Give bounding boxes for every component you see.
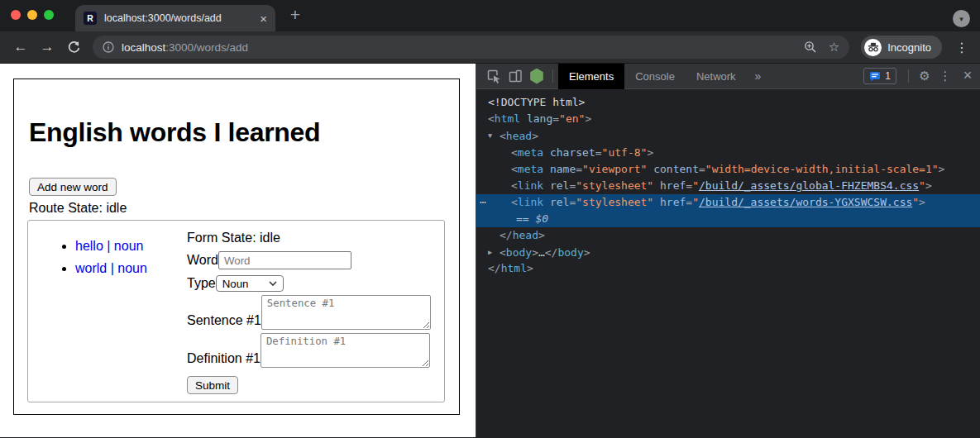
code-line[interactable]: ▶<body>…</body> <box>476 244 980 261</box>
expand-arrow-open-icon[interactable]: ▼ <box>488 127 500 144</box>
type-label: Type <box>187 276 216 291</box>
code-line[interactable]: </head> <box>476 227 980 244</box>
address-path: :3000/words/add <box>165 41 248 54</box>
code-line[interactable]: == $0 <box>476 211 980 227</box>
content-area: English words I learned Add new word Rou… <box>0 64 980 437</box>
word-input[interactable] <box>218 251 351 269</box>
tab-network[interactable]: Network <box>686 64 747 89</box>
new-tab-button[interactable]: + <box>284 4 306 26</box>
definition-label: Definition #1 <box>187 351 261 368</box>
incognito-label: Incognito <box>887 41 931 54</box>
address-bar[interactable]: localhost :3000/words/add ☆ <box>93 36 849 59</box>
incognito-badge: Incognito <box>861 36 942 59</box>
inspect-cursor-icon <box>486 69 501 83</box>
site-info-icon[interactable] <box>103 41 114 53</box>
code-line[interactable]: <html lang="en"> <box>476 111 980 127</box>
code-line[interactable]: <meta name="viewport" content="width=dev… <box>476 161 980 178</box>
settings-gear-icon[interactable]: ⚙ <box>914 69 935 83</box>
incognito-icon <box>864 39 882 56</box>
devtools-panel: Elements Console Network » 1 <box>476 64 980 437</box>
tab-console[interactable]: Console <box>624 64 686 89</box>
tab-elements[interactable]: Elements <box>558 64 624 89</box>
list-item: hello | noun <box>75 239 147 254</box>
chevron-down-icon <box>269 281 277 286</box>
devtools-menu-button[interactable]: ⋮ <box>935 69 955 83</box>
tab-title: localhost:3000/words/add <box>104 12 252 24</box>
browser-window: R localhost:3000/words/add × + ▾ ← → loc… <box>0 0 980 438</box>
window-controls <box>11 10 54 20</box>
reload-icon <box>67 40 81 55</box>
word-link-world[interactable]: world | noun <box>75 261 147 275</box>
web-page: English words I learned Add new word Rou… <box>0 64 476 437</box>
add-word-form: Form State: idle Word Type Noun <box>187 221 431 394</box>
code-line[interactable]: ⋯<link rel="stylesheet" href="/build/_as… <box>476 194 980 211</box>
browser-tab[interactable]: R localhost:3000/words/add × <box>75 5 275 31</box>
device-icon <box>508 69 523 83</box>
address-host: localhost <box>122 41 165 54</box>
code-line[interactable]: <link rel="stylesheet" href="/build/_ass… <box>476 178 980 194</box>
submit-button[interactable]: Submit <box>187 376 238 394</box>
tab-strip: R localhost:3000/words/add × + ▾ <box>0 0 980 31</box>
toolbar-divider <box>908 69 909 83</box>
sentence-label: Sentence #1 <box>187 313 261 330</box>
code-line[interactable]: </html> <box>476 260 980 277</box>
node-extension-icon[interactable] <box>526 65 547 87</box>
devtools-toolbar: Elements Console Network » 1 <box>476 64 980 89</box>
tab-search-button[interactable]: ▾ <box>953 10 970 27</box>
code-line[interactable]: <meta charset="utf-8"> <box>476 145 980 161</box>
window-minimize-button[interactable] <box>27 10 37 20</box>
back-button[interactable]: ← <box>10 36 31 58</box>
window-close-button[interactable] <box>11 10 21 20</box>
page-title: English words I learned <box>29 117 320 148</box>
add-new-word-button[interactable]: Add new word <box>29 178 117 196</box>
bookmark-star-icon[interactable]: ☆ <box>829 40 839 55</box>
issues-count: 1 <box>885 70 891 82</box>
route-state-text: Route State: idle <box>29 201 127 216</box>
devtools-code: <!DOCTYPE html><html lang="en">▼<head><m… <box>476 89 980 437</box>
form-state-text: Form State: idle <box>187 231 431 245</box>
forward-button[interactable]: → <box>36 36 58 58</box>
zoom-icon[interactable] <box>804 40 817 54</box>
list-item: world | noun <box>75 261 147 276</box>
issues-button[interactable]: 1 <box>863 68 896 84</box>
more-tabs-button[interactable]: » <box>747 69 770 83</box>
browser-menu-button[interactable]: ⋮ <box>954 40 970 55</box>
remix-favicon-icon: R <box>84 12 97 25</box>
expand-arrow-closed-icon[interactable]: ▶ <box>488 244 500 260</box>
app-container: English words I learned Add new word Rou… <box>13 79 460 415</box>
word-list: hello | noun world | noun <box>28 239 147 283</box>
word-label: Word <box>187 253 218 268</box>
words-panel: hello | noun world | noun Form State: id… <box>27 220 445 402</box>
sentence-textarea[interactable] <box>261 295 431 330</box>
devtools-close-icon[interactable]: × <box>955 67 980 86</box>
code-line[interactable]: <!DOCTYPE html> <box>476 94 980 111</box>
toolbar-divider <box>552 69 553 83</box>
tab-close-icon[interactable]: × <box>260 12 267 25</box>
definition-textarea[interactable] <box>261 333 430 368</box>
type-select-value: Noun <box>222 278 249 290</box>
word-link-hello[interactable]: hello | noun <box>75 239 143 253</box>
omnibox-actions: ☆ <box>804 40 839 55</box>
window-zoom-button[interactable] <box>44 10 54 20</box>
type-select[interactable]: Noun <box>216 275 284 292</box>
devtools-actions: 1 ⚙ ⋮ × <box>863 67 980 86</box>
device-toolbar-button[interactable] <box>504 65 526 87</box>
inspect-element-button[interactable] <box>483 65 504 87</box>
reload-button[interactable] <box>63 36 84 58</box>
line-options-icon[interactable]: ⋯ <box>480 194 485 211</box>
browser-toolbar: ← → localhost :3000/words/add <box>0 31 980 64</box>
issues-bubble-icon <box>869 71 881 82</box>
code-line[interactable]: ▼<head> <box>476 127 980 145</box>
